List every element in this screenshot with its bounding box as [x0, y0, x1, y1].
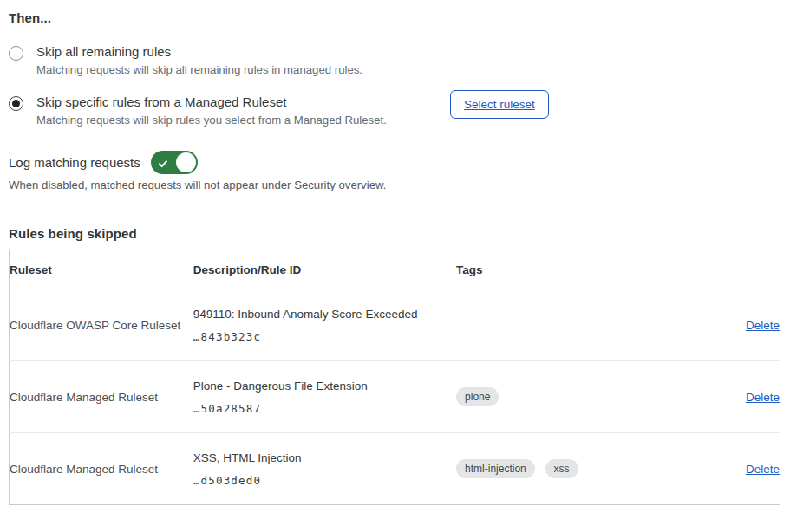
table-header-row: Ruleset Description/Rule ID Tags	[10, 250, 780, 289]
column-header-description: Description/Rule ID	[193, 250, 456, 289]
log-toggle-label: Log matching requests	[9, 155, 140, 170]
actions-cell: Delete	[657, 361, 780, 433]
description-cell: Plone - Dangerous File Extension …50a285…	[193, 361, 456, 433]
tag-pill: plone	[456, 387, 499, 406]
radio-skip-specific-rules[interactable]	[9, 96, 23, 111]
option-text: Skip specific rules from a Managed Rules…	[36, 94, 387, 127]
delete-link[interactable]: Delete	[746, 391, 780, 404]
waf-exception-panel: Then... Skip all remaining rules Matchin…	[0, 0, 790, 505]
column-header-actions	[657, 250, 780, 289]
option-description: Matching requests will skip rules you se…	[36, 114, 387, 127]
ruleset-cell: Cloudflare Managed Ruleset	[10, 361, 193, 433]
rule-description: XSS, HTML Injection	[193, 451, 456, 466]
check-icon	[158, 157, 168, 172]
delete-link[interactable]: Delete	[746, 319, 780, 332]
option-skip-specific-rules: Skip specific rules from a Managed Rules…	[9, 94, 780, 127]
rule-description: Plone - Dangerous File Extension	[193, 379, 456, 394]
option-label[interactable]: Skip specific rules from a Managed Rules…	[36, 94, 387, 109]
delete-link[interactable]: Delete	[746, 463, 780, 476]
option-label[interactable]: Skip all remaining rules	[36, 44, 362, 59]
description-cell: XSS, HTML Injection …d503ded0	[193, 433, 456, 505]
tag-pill: html-injection	[456, 459, 535, 478]
log-matching-requests-row: Log matching requests	[9, 151, 780, 174]
table-row: Cloudflare Managed Ruleset Plone - Dange…	[10, 361, 780, 433]
rules-skipped-table: Ruleset Description/Rule ID Tags Cloudfl…	[9, 250, 780, 505]
rules-skipped-heading: Rules being skipped	[9, 226, 780, 241]
rule-id: …843b323c	[193, 330, 456, 343]
radio-skip-all-rules[interactable]	[9, 46, 23, 61]
tag-pill: xss	[545, 459, 578, 478]
actions-cell: Delete	[657, 289, 780, 361]
action-options: Skip all remaining rules Matching reques…	[9, 44, 780, 127]
rule-id: …50a28587	[193, 402, 456, 415]
column-header-tags: Tags	[456, 250, 657, 289]
log-toggle[interactable]	[151, 151, 198, 174]
select-ruleset-button[interactable]: Select ruleset	[450, 90, 549, 119]
tags-cell: html-injection xss	[456, 433, 657, 505]
description-cell: 949110: Inbound Anomaly Score Exceeded ……	[193, 289, 456, 361]
rule-id: …d503ded0	[193, 474, 456, 487]
tags-cell	[456, 289, 657, 361]
then-heading: Then...	[9, 10, 780, 25]
option-skip-all-rules: Skip all remaining rules Matching reques…	[9, 44, 780, 76]
ruleset-cell: Cloudflare OWASP Core Ruleset	[10, 289, 193, 361]
log-toggle-description: When disabled, matched requests will not…	[9, 178, 780, 191]
ruleset-cell: Cloudflare Managed Ruleset	[10, 433, 193, 505]
column-header-ruleset: Ruleset	[10, 250, 193, 289]
tags-cell: plone	[456, 361, 657, 433]
option-description: Matching requests will skip all remainin…	[36, 63, 362, 76]
actions-cell: Delete	[657, 433, 780, 505]
rule-description: 949110: Inbound Anomaly Score Exceeded	[193, 307, 456, 322]
option-text: Skip all remaining rules Matching reques…	[36, 44, 362, 76]
table-row: Cloudflare OWASP Core Ruleset 949110: In…	[10, 289, 780, 361]
toggle-knob	[176, 152, 196, 172]
table-row: Cloudflare Managed Ruleset XSS, HTML Inj…	[10, 433, 780, 505]
